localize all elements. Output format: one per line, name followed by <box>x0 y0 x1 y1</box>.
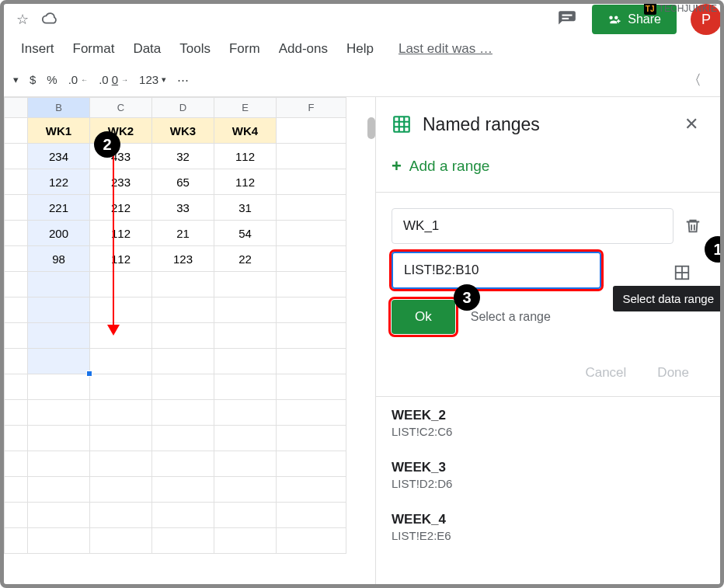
cell[interactable] <box>277 195 346 221</box>
cell[interactable] <box>277 246 346 272</box>
cell[interactable]: 233 <box>90 169 152 195</box>
cell[interactable]: 122 <box>28 169 90 195</box>
cell[interactable]: WK4 <box>214 118 277 144</box>
cell[interactable] <box>152 477 214 503</box>
cell[interactable] <box>152 297 214 323</box>
cell[interactable] <box>277 118 346 144</box>
star-icon[interactable]: ☆ <box>16 11 29 28</box>
cell[interactable] <box>214 528 277 554</box>
cell[interactable] <box>214 426 277 451</box>
ok-button[interactable]: Ok <box>392 300 455 334</box>
cell[interactable] <box>152 374 214 400</box>
cell[interactable] <box>214 272 277 297</box>
cell[interactable] <box>277 297 346 323</box>
menu-data[interactable]: Data <box>125 38 169 60</box>
cell[interactable] <box>214 400 277 426</box>
cell[interactable]: WK1 <box>28 118 90 144</box>
cell[interactable]: 123 <box>152 246 214 272</box>
cell[interactable]: 31 <box>214 195 277 221</box>
select-data-range-icon[interactable] <box>669 259 695 286</box>
cell[interactable] <box>152 323 214 349</box>
spreadsheet[interactable]: B C D E F WK1 WK2 WK3 WK4 23443332112 12… <box>4 97 375 584</box>
cell[interactable] <box>277 374 346 400</box>
decrease-decimals[interactable]: .0← <box>68 73 89 86</box>
cell[interactable] <box>277 323 346 349</box>
cell[interactable] <box>277 451 346 477</box>
cell[interactable] <box>28 374 90 400</box>
increase-decimals[interactable]: .00→ <box>99 73 128 86</box>
cell[interactable] <box>277 272 346 297</box>
cell[interactable] <box>277 349 346 374</box>
cell[interactable] <box>28 400 90 426</box>
add-range-button[interactable]: + Add a range <box>376 151 720 193</box>
menu-tools[interactable]: Tools <box>172 38 218 60</box>
cell[interactable] <box>214 503 277 528</box>
menu-addons[interactable]: Add-ons <box>271 38 336 60</box>
done-button[interactable]: Done <box>657 365 689 381</box>
cell[interactable] <box>90 374 152 400</box>
cell[interactable] <box>90 297 152 323</box>
cell[interactable] <box>28 426 90 451</box>
cell[interactable] <box>152 426 214 451</box>
cell[interactable] <box>28 477 90 503</box>
cell[interactable]: 32 <box>152 144 214 169</box>
cell[interactable]: 212 <box>90 195 152 221</box>
select-range-link[interactable]: Select a range <box>471 310 551 324</box>
named-range-item[interactable]: WEEK_2 LIST!C2:C6 <box>376 397 720 449</box>
cell[interactable]: 112 <box>214 169 277 195</box>
menu-help[interactable]: Help <box>339 38 381 60</box>
cell[interactable]: 65 <box>152 169 214 195</box>
cell[interactable] <box>277 503 346 528</box>
cell[interactable]: 200 <box>28 221 90 246</box>
cell[interactable]: 22 <box>214 246 277 272</box>
col-E[interactable]: E <box>214 98 277 118</box>
named-range-item[interactable]: WEEK_4 LIST!E2:E6 <box>376 501 720 553</box>
cell[interactable] <box>277 221 346 246</box>
cell[interactable] <box>152 528 214 554</box>
comment-icon[interactable] <box>556 9 578 30</box>
cell[interactable] <box>90 528 152 554</box>
cell[interactable] <box>90 426 152 451</box>
cell[interactable] <box>152 451 214 477</box>
cell[interactable] <box>90 400 152 426</box>
trash-icon[interactable] <box>681 214 705 238</box>
cell[interactable] <box>90 349 152 374</box>
col-F[interactable]: F <box>277 98 346 118</box>
cell[interactable] <box>214 451 277 477</box>
cell[interactable] <box>214 297 277 323</box>
cell[interactable]: WK3 <box>152 118 214 144</box>
cell[interactable]: 112 <box>214 144 277 169</box>
range-ref-input[interactable] <box>392 252 601 289</box>
cell[interactable] <box>28 528 90 554</box>
vertical-scrollbar[interactable] <box>367 117 375 139</box>
cell[interactable] <box>28 323 90 349</box>
cell[interactable] <box>277 169 346 195</box>
cell[interactable] <box>90 477 152 503</box>
cell[interactable]: 112 <box>90 246 152 272</box>
cell[interactable] <box>214 477 277 503</box>
cell[interactable] <box>28 451 90 477</box>
cell[interactable]: 33 <box>152 195 214 221</box>
cell[interactable] <box>28 503 90 528</box>
cell[interactable] <box>90 323 152 349</box>
more-toolbar[interactable]: ⋯ <box>177 73 190 87</box>
cell[interactable] <box>277 400 346 426</box>
cell[interactable]: 221 <box>28 195 90 221</box>
cell[interactable]: 234 <box>28 144 90 169</box>
menu-form[interactable]: Form <box>221 38 268 60</box>
col-C[interactable]: C <box>90 98 152 118</box>
col-B[interactable]: B <box>28 98 90 118</box>
format-percent[interactable]: % <box>47 73 57 86</box>
cell[interactable]: 112 <box>90 221 152 246</box>
named-range-item[interactable]: WEEK_3 LIST!D2:D6 <box>376 449 720 501</box>
number-format-dropdown[interactable]: 123 ▾ <box>139 73 166 86</box>
cell[interactable] <box>90 503 152 528</box>
close-icon[interactable]: ✕ <box>678 111 705 137</box>
cell[interactable] <box>90 451 152 477</box>
cell[interactable] <box>277 477 346 503</box>
cell[interactable] <box>277 528 346 554</box>
cell[interactable]: 98 <box>28 246 90 272</box>
format-currency[interactable]: $ <box>30 73 36 86</box>
cell[interactable] <box>277 426 346 451</box>
cancel-button[interactable]: Cancel <box>585 365 626 381</box>
